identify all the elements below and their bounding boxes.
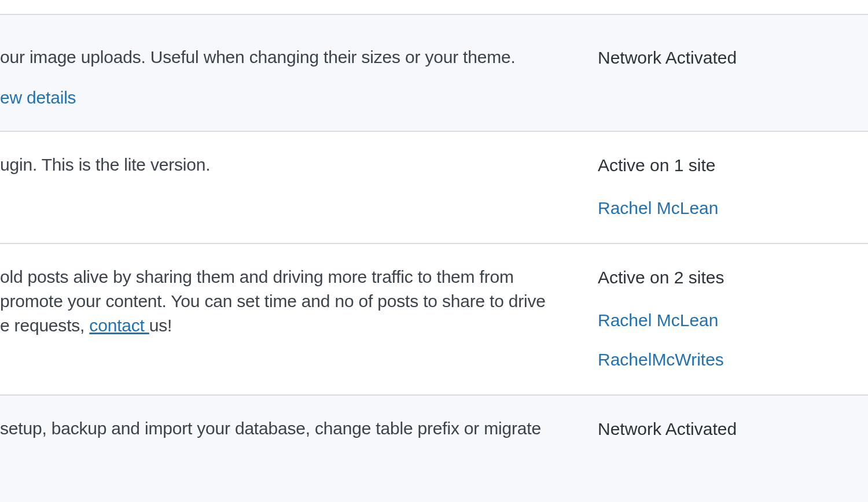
plugin-status-cell: Active on 2 sites Rachel McLean RachelMc… [598, 265, 822, 374]
plugin-description: setup, backup and import your database, … [0, 419, 541, 438]
plugin-row: setup, backup and import your database, … [0, 396, 868, 502]
plugin-meta: ew details [0, 86, 557, 110]
view-details-link[interactable]: ew details [0, 88, 76, 107]
plugin-network-list: our image uploads. Useful when changing … [0, 0, 868, 502]
plugin-status: Active on 1 site [598, 152, 822, 179]
site-link[interactable]: RachelMcWrites [598, 346, 822, 374]
plugin-description: ugin. This is the lite version. [0, 155, 210, 174]
top-border [0, 0, 868, 15]
plugin-status-cell: Active on 1 site Rachel McLean [598, 153, 822, 222]
plugin-status-cell: Network Activated [598, 45, 822, 110]
contact-link[interactable]: contact [89, 316, 149, 335]
plugin-description-cell: old posts alive by sharing them and driv… [0, 265, 598, 374]
plugin-row: our image uploads. Useful when changing … [0, 15, 868, 132]
plugin-description-cell: setup, backup and import your database, … [0, 416, 598, 443]
plugin-status: Active on 2 sites [598, 264, 822, 291]
plugin-description-pre: old posts alive by sharing them and driv… [0, 267, 546, 335]
plugin-description-cell: our image uploads. Useful when changing … [0, 45, 598, 110]
plugin-status: Network Activated [598, 415, 822, 443]
plugin-description-post: us! [149, 316, 172, 335]
plugin-description: our image uploads. Useful when changing … [0, 47, 516, 67]
plugin-status-cell: Network Activated [598, 416, 822, 443]
plugin-row: old posts alive by sharing them and driv… [0, 244, 868, 396]
site-link[interactable]: Rachel McLean [598, 307, 822, 334]
plugin-status: Network Activated [598, 44, 822, 72]
plugin-description-cell: ugin. This is the lite version. [0, 153, 598, 222]
site-link[interactable]: Rachel McLean [598, 194, 822, 222]
plugin-row: ugin. This is the lite version. Active o… [0, 132, 868, 244]
